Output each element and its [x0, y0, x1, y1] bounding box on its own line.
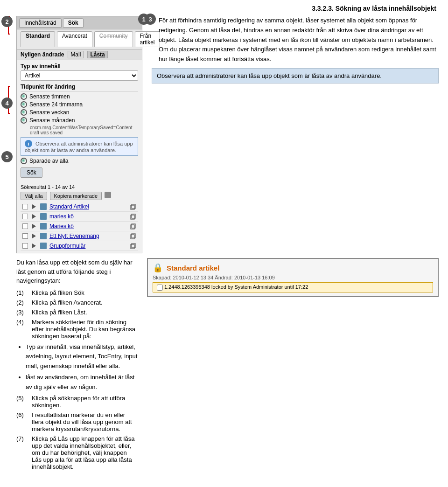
- result-copy-icon: [130, 223, 136, 230]
- result-checkbox[interactable]: [22, 223, 28, 229]
- locked-article-header: 🔒 Standard artikel: [153, 263, 433, 273]
- result-link-2[interactable]: maries kö: [49, 213, 74, 220]
- result-checkbox[interactable]: [22, 204, 28, 209]
- copy-icon: [105, 192, 111, 198]
- form-area: Typ av innehåll Artikel Tidpunkt för änd…: [17, 60, 142, 182]
- item-text-1: Klicka på fliken Sök: [32, 289, 84, 296]
- time-option-3[interactable]: Senaste veckan: [21, 109, 138, 116]
- svg-rect-10: [131, 235, 134, 239]
- item-num-2: (2): [16, 299, 28, 306]
- tab-sok[interactable]: Sök: [63, 18, 84, 28]
- result-item[interactable]: Ett Nytt Evenemang: [21, 231, 138, 241]
- locked-article: 🔒 Standard artikel Skapad: 2010-01-12 13…: [147, 258, 439, 297]
- lock-checkbox[interactable]: [157, 285, 163, 291]
- lock-info-text: 1.2448.1263395348 locked by System Admin…: [164, 284, 308, 290]
- instruction-5: (5) Klicka på sökknappen för att utföra …: [16, 395, 138, 409]
- recently-bar: Nyligen ändrade Mall Låsta: [17, 49, 142, 60]
- radio-senaste-24[interactable]: [21, 101, 27, 108]
- tab-innehallstrad[interactable]: Innehållsträd: [19, 18, 62, 28]
- svg-rect-2: [132, 204, 135, 209]
- result-file-icon: [40, 213, 47, 220]
- tab-avancerat[interactable]: Avancerat: [57, 31, 92, 47]
- svg-marker-9: [32, 234, 36, 238]
- instruction-2: (2) Klicka på fliken Avancerat.: [16, 299, 138, 306]
- result-link-3[interactable]: Maries kö: [49, 223, 74, 230]
- copy-button[interactable]: Kopiera markerade: [50, 192, 102, 200]
- result-link-5[interactable]: Gruppformulär: [49, 243, 85, 249]
- time-option-4[interactable]: Senaste månaden: [21, 117, 138, 124]
- lock-info-bar: 1.2448.1263395348 locked by System Admin…: [153, 282, 433, 292]
- select-all-button[interactable]: Välj alla: [21, 192, 47, 200]
- result-copy-icon: [130, 213, 136, 220]
- result-item[interactable]: Standard Artikel: [21, 202, 138, 212]
- top-tab-bar: Innehållsträd Sök: [17, 16, 142, 29]
- result-item[interactable]: Gruppformulär: [21, 241, 138, 251]
- result-checkbox[interactable]: [22, 233, 28, 239]
- result-arrow-icon: [31, 213, 37, 220]
- filter-tab-bar: Standard Avancerat Community Från artike…: [17, 29, 142, 49]
- results-area: Sökresultat 1 - 14 av 14 Välj alla Kopie…: [17, 182, 142, 253]
- content-type-select[interactable]: Artikel: [21, 70, 138, 81]
- time-section: Tidpunkt för ändring Senaste timmen Sena…: [21, 83, 138, 135]
- bottom-intro: Du kan låsa upp ett objekt som du själv …: [16, 258, 138, 285]
- svg-marker-12: [32, 244, 36, 248]
- time-option-2[interactable]: Senaste 24 timmarna: [21, 101, 138, 108]
- highlight-text: Observera att administratörer kan låsa u…: [157, 72, 382, 79]
- svg-rect-8: [132, 224, 135, 228]
- item-num-3: (3): [16, 309, 28, 316]
- instruction-7: (7) Klicka på Lås upp knappen för att lå…: [16, 435, 138, 470]
- instruction-1: (1) Klicka på fliken Sök: [16, 289, 138, 296]
- svg-rect-5: [132, 214, 135, 218]
- result-arrow-icon: [31, 233, 37, 239]
- radio-senaste-manaden[interactable]: [21, 117, 27, 124]
- saved-by-option[interactable]: Sparade av alla: [21, 158, 138, 164]
- note-box: i Observera att administratörer kan låsa…: [21, 137, 138, 156]
- radio-senaste-veckan[interactable]: [21, 109, 27, 116]
- note-text: Observera att administratörer kan låsa u…: [25, 141, 133, 153]
- instruction-3: (3) Klicka på fliken Låst.: [16, 309, 138, 316]
- result-file-icon: [40, 243, 47, 249]
- bottom-right: 🔒 Standard artikel Skapad: 2010-01-12 13…: [147, 258, 439, 473]
- recently-lasta[interactable]: Låsta: [87, 51, 107, 58]
- radio-senaste-timmen[interactable]: [21, 93, 27, 100]
- highlight-box: Observera att administratörer kan låsa u…: [152, 68, 439, 83]
- radio-saved-by[interactable]: [21, 158, 27, 164]
- result-item[interactable]: maries kö: [21, 212, 138, 222]
- item-text-5: Klicka på sökknappen för att utföra sökn…: [32, 395, 138, 409]
- result-copy-icon: [130, 203, 136, 210]
- svg-marker-0: [32, 204, 36, 209]
- svg-marker-3: [32, 214, 36, 219]
- time-option-1[interactable]: Senaste timmen: [21, 93, 138, 100]
- result-checkbox[interactable]: [22, 214, 28, 219]
- result-link-1[interactable]: Standard Artikel: [49, 203, 89, 210]
- result-file-icon: [40, 203, 47, 210]
- content-type-label: Typ av innehåll: [21, 63, 138, 70]
- bullet-1: Typ av innehåll, visa innehållstyp, arti…: [26, 342, 138, 371]
- article-title: Standard artikel: [167, 264, 219, 272]
- item-num-6: (6): [16, 411, 28, 432]
- result-link-4[interactable]: Ett Nytt Evenemang: [49, 233, 99, 239]
- result-file-icon: [40, 223, 47, 230]
- svg-rect-1: [131, 205, 134, 209]
- tab-community[interactable]: Community: [94, 31, 133, 47]
- instruction-6: (6) I resultatlistan markerar du en elle…: [16, 411, 138, 432]
- circle-5: 5: [1, 151, 13, 162]
- item-num-5: (5): [16, 395, 28, 409]
- result-file-icon: [40, 233, 47, 239]
- section-heading: 3.3.2.3. Sökning av låsta innehållsobjek…: [312, 5, 436, 12]
- result-copy-icon: [130, 243, 136, 249]
- svg-rect-13: [131, 244, 134, 249]
- result-item[interactable]: Maries kö: [21, 222, 138, 231]
- result-checkbox[interactable]: [22, 243, 28, 249]
- recently-mall[interactable]: Mall: [68, 51, 84, 58]
- search-button[interactable]: Sök: [21, 167, 42, 178]
- tab-standard[interactable]: Standard: [21, 31, 55, 47]
- item-text-4: Markera sökkriterier för din sökning eft…: [32, 319, 138, 340]
- results-count: Sökresultat 1 - 14 av 14: [21, 184, 138, 190]
- right-description: 3 För att förhindra samtidig redigering …: [152, 16, 439, 253]
- instruction-4: (4) Markera sökkriterier för din sökning…: [16, 319, 138, 340]
- svg-rect-4: [131, 215, 134, 219]
- lock-icon: 🔒: [153, 263, 163, 273]
- result-arrow-icon: [31, 223, 37, 230]
- result-arrow-icon: [31, 203, 37, 210]
